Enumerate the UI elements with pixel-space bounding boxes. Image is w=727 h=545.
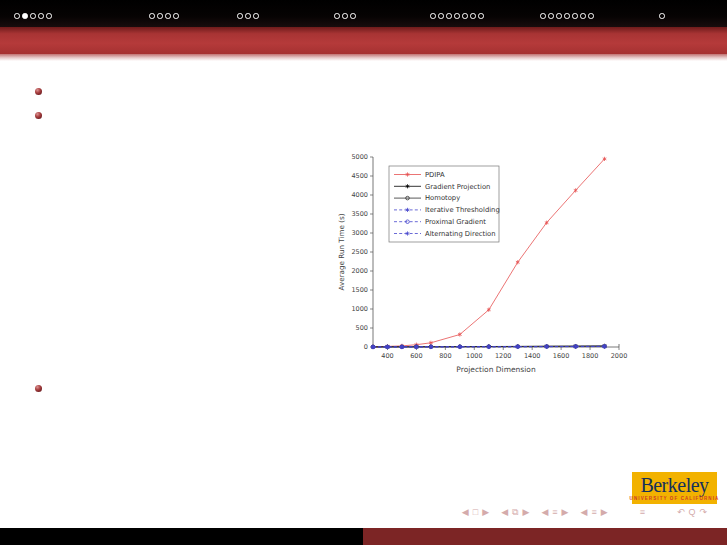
chart-container: 0500100015002000250030003500400045005000… <box>333 147 629 383</box>
x-tick-label: 800 <box>439 352 451 360</box>
legend-label: Proximal Gradient <box>425 218 486 226</box>
footline-author-block <box>0 528 363 545</box>
nav-dot[interactable] <box>556 13 562 19</box>
runtime-chart: 0500100015002000250030003500400045005000… <box>333 147 629 383</box>
y-tick-label: 500 <box>356 324 368 332</box>
nav-dot[interactable] <box>173 13 179 19</box>
nav-dot[interactable] <box>548 13 554 19</box>
nav-dot-group <box>540 13 594 19</box>
history-nav: ↶Q↷ <box>675 508 709 517</box>
nav-dot[interactable] <box>446 13 452 19</box>
frame-nav-symbol[interactable]: ⧉ <box>512 508 518 517</box>
ball-bullet-icon <box>35 385 42 392</box>
berkeley-logo: Berkeley UNIVERSITY OF CALIFORNIA <box>632 472 717 504</box>
title-bar-fade <box>0 54 727 61</box>
nav-dot-group <box>659 13 665 19</box>
beamer-nav-symbols: ◀□▶◀⧉▶◀≡▶◀≡▶≡↶Q↷ <box>452 505 709 520</box>
slide-canvas: 0500100015002000250030003500400045005000… <box>0 0 727 545</box>
chart-legend: PDIPAGradient ProjectionHomotopyIterativ… <box>389 166 500 242</box>
nav-dot[interactable] <box>157 13 163 19</box>
legend-label: Alternating Direction <box>425 230 496 238</box>
legend-label: Iterative Thresholding <box>425 206 500 214</box>
nav-dot[interactable] <box>580 13 586 19</box>
subsection-nav-symbol[interactable]: ▶ <box>562 508 569 517</box>
nav-dot[interactable] <box>540 13 546 19</box>
frame-nav: ◀⧉▶ <box>499 508 531 517</box>
nav-dot[interactable] <box>253 13 259 19</box>
subsection-nav-symbol[interactable]: ≡ <box>552 508 557 517</box>
y-tick-label: 4000 <box>351 191 368 199</box>
slide-nav-symbol[interactable]: ◀ <box>462 508 469 517</box>
nav-dot[interactable] <box>430 13 436 19</box>
bullet-item <box>35 87 50 95</box>
section-nav: ◀≡▶ <box>579 508 610 517</box>
nav-dot[interactable] <box>462 13 468 19</box>
x-tick-label: 400 <box>381 352 393 360</box>
appendix-nav-symbol[interactable]: ≡ <box>640 508 645 517</box>
subsection-nav: ◀≡▶ <box>539 508 570 517</box>
history-nav-symbol[interactable]: ↷ <box>699 508 707 517</box>
x-tick-label: 1800 <box>582 352 599 360</box>
nav-dot[interactable] <box>38 13 44 19</box>
nav-dot[interactable] <box>438 13 444 19</box>
y-tick-label: 1500 <box>351 286 368 294</box>
bullet-item <box>35 384 50 392</box>
nav-dot[interactable] <box>245 13 251 19</box>
y-tick-label: 2500 <box>351 248 368 256</box>
frame-nav-symbol[interactable]: ◀ <box>501 508 508 517</box>
nav-dot[interactable] <box>165 13 171 19</box>
nav-dot[interactable] <box>454 13 460 19</box>
nav-dot[interactable] <box>30 13 36 19</box>
y-tick-label: 1000 <box>351 305 368 313</box>
header-nav-bar <box>0 0 727 28</box>
bullet-item <box>35 111 50 119</box>
section-nav-symbol[interactable]: ▶ <box>601 508 608 517</box>
nav-dot-group <box>14 13 52 19</box>
berkeley-logo-subtitle: UNIVERSITY OF CALIFORNIA <box>630 496 720 501</box>
berkeley-logo-wordmark: Berkeley <box>640 475 708 495</box>
subsection-nav-symbol[interactable]: ◀ <box>541 508 548 517</box>
legend-label: PDIPA <box>425 171 445 179</box>
appendix-nav: ≡ <box>638 508 647 517</box>
nav-dot[interactable] <box>149 13 155 19</box>
section-nav-symbol[interactable]: ≡ <box>591 508 596 517</box>
footline-title-block <box>363 528 727 545</box>
ball-bullet-icon <box>35 112 42 119</box>
nav-dot[interactable] <box>478 13 484 19</box>
y-tick-label: 4500 <box>351 172 368 180</box>
nav-dot[interactable] <box>46 13 52 19</box>
nav-dot[interactable] <box>564 13 570 19</box>
x-tick-label: 1000 <box>466 352 483 360</box>
ball-bullet-icon <box>35 88 42 95</box>
legend-label: Gradient Projection <box>425 183 490 191</box>
history-nav-symbol[interactable]: Q <box>688 508 695 517</box>
section-nav-symbol[interactable]: ◀ <box>581 508 588 517</box>
nav-dot-group <box>334 13 356 19</box>
slide-nav-symbol[interactable]: ▶ <box>482 508 489 517</box>
nav-dot[interactable] <box>14 13 20 19</box>
nav-dot[interactable] <box>470 13 476 19</box>
x-axis-label: Projection Dimension <box>456 365 536 374</box>
y-tick-label: 3500 <box>351 210 368 218</box>
nav-dot[interactable] <box>588 13 594 19</box>
frame-title-bar <box>0 27 727 54</box>
nav-dot[interactable] <box>237 13 243 19</box>
nav-dot[interactable] <box>334 13 340 19</box>
history-nav-symbol[interactable]: ↶ <box>677 508 685 517</box>
frame-nav-symbol[interactable]: ▶ <box>522 508 529 517</box>
y-axis-label: Average Run Time (s) <box>337 213 346 290</box>
y-tick-label: 3000 <box>351 229 368 237</box>
x-tick-label: 1200 <box>495 352 512 360</box>
x-tick-label: 1600 <box>553 352 570 360</box>
x-tick-label: 1400 <box>524 352 541 360</box>
nav-dot[interactable] <box>572 13 578 19</box>
slide-nav: ◀□▶ <box>460 508 491 517</box>
legend-label: Homotopy <box>425 194 460 202</box>
nav-dot[interactable] <box>342 13 348 19</box>
nav-dot[interactable] <box>350 13 356 19</box>
slide-nav-symbol[interactable]: □ <box>473 508 478 517</box>
nav-dot-current[interactable] <box>22 13 28 19</box>
nav-dot-group <box>237 13 259 19</box>
y-tick-label: 2000 <box>351 267 368 275</box>
nav-dot[interactable] <box>659 13 665 19</box>
